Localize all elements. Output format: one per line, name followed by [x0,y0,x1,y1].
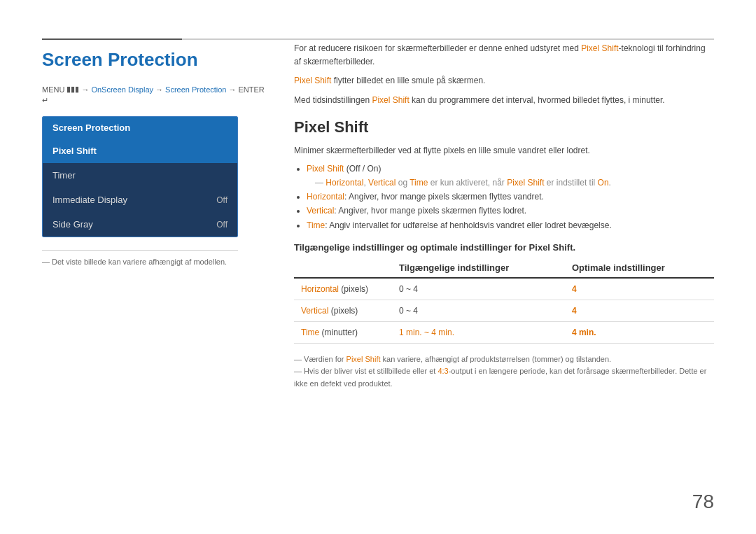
footer-highlight-2: 4:3 [438,367,448,375]
intro-highlight-2: Pixel Shift [294,76,331,85]
table-cell-vertical-available: 0 ~ 4 [392,300,565,321]
section-title: Pixel Shift [294,118,714,136]
footer-note-1: ― Værdien for Pixel Shift kan variere, a… [294,353,714,366]
breadcrumb-item2: Screen Protection [165,85,226,94]
breadcrumb-item1: OnScreen Display [91,85,153,94]
menu-item-label: Immediate Display [52,195,127,205]
subnote-on: On [598,178,609,188]
subnote-vertical: Vertical [368,178,396,188]
intro-highlight-pixel-shift: Pixel Shift [581,43,618,53]
table-col-label [294,258,392,278]
bullet-label-pixel: Pixel Shift [307,164,344,174]
table-cell-time-optimal: 4 min. [565,321,714,343]
intro-text-3c: kan du programmere det interval, hvormed… [410,95,665,105]
breadcrumb-item3: ENTER [238,85,264,94]
breadcrumb-menu: MENU [42,85,64,94]
bullet-label-time: Time [307,220,325,230]
menu-item-label: Pixel Shift [52,146,97,156]
intro-paragraph-3: Med tidsindstillingen Pixel Shift kan du… [294,94,714,107]
table-cell-horizontal-available: 0 ~ 4 [392,278,565,300]
bullet-item-time: Time: Angiv intervallet for udførelse af… [307,218,714,232]
intro-text-1a: For at reducere risikoen for skærmefterb… [294,43,581,53]
subnote-time: Time [410,178,428,188]
menu-note-text: ― Det viste billede kan variere afhængig… [42,258,227,266]
data-table: Tilgængelige indstillinger Optimale inds… [294,258,714,344]
menu-item-pixel-shift[interactable]: Pixel Shift [43,139,237,163]
bullet-item-pixel-shift: Pixel Shift (Off / On) ― Horizontal, Ver… [307,162,714,190]
intro-paragraph-1: For at reducere risikoen for skærmefterb… [294,42,714,69]
menu-item-label: Side Gray [52,219,93,230]
subnote-period: . [609,178,611,188]
bullet-item-vertical: Vertical: Angiver, hvor mange pixels skæ… [307,204,714,218]
table-cell-horizontal-optimal: 4 [565,278,714,300]
menu-item-value: Off [216,195,227,205]
table-row-vertical: Vertical (pixels) 0 ~ 4 4 [294,300,714,321]
menu-item-value: Off [216,220,227,230]
breadcrumb-icon1: ▮▮▮ [66,85,79,94]
intro-paragraph-2: Pixel Shift flytter billedet en lille sm… [294,74,714,87]
breadcrumb: MENU ▮▮▮ → OnScreen Display → Screen Pro… [42,85,266,105]
footer-highlight-1: Pixel Shift [346,355,381,363]
breadcrumb-arrow1: → [81,85,89,94]
bullet-label-vertical: Vertical [307,206,334,216]
menu-header: Screen Protection [43,117,237,139]
table-row-time: Time (minutter) 1 min. ~ 4 min. 4 min. [294,321,714,343]
table-col-available: Tilgængelige indstillinger [392,258,565,278]
bullet-label-horizontal: Horizontal [307,192,344,202]
table-title: Tilgængelige indstillinger og optimale i… [294,242,714,253]
breadcrumb-arrow3: → [228,85,236,94]
menu-item-side-gray[interactable]: Side Gray Off [43,212,237,237]
body-text-1: Minimer skærmefterbilleder ved at flytte… [294,143,714,157]
bullet-list: Pixel Shift (Off / On) ― Horizontal, Ver… [294,162,714,232]
table-cell-vertical-label: Vertical (pixels) [294,300,392,321]
breadcrumb-icon2: ↵ [42,96,48,105]
bullet-text-time: : Angiv intervallet for udførelse af hen… [325,220,612,230]
bullet-item-horizontal: Horizontal: Angiver, hvor mange pixels s… [307,190,714,204]
table-cell-time-label: Time (minutter) [294,321,392,343]
page-number: 78 [692,491,714,513]
subnote-text2: er kun aktiveret, når [428,178,507,188]
menu-item-immediate-display[interactable]: Immediate Display Off [43,188,237,212]
footer-notes: ― Værdien for Pixel Shift kan variere, a… [294,353,714,391]
bullet-text-pixel: (Off / On) [344,164,381,174]
page-title: Screen Protection [42,49,266,71]
menu-box: Screen Protection Pixel Shift Timer Imme… [42,116,238,237]
right-panel: For at reducere risikoen for skærmefterb… [294,42,714,506]
subnote-pixelshift2: Pixel Shift [507,178,544,188]
intro-text-2b: flytter billedet en lille smule på skærm… [331,76,485,85]
menu-note: ― Det viste billede kan variere afhængig… [42,250,238,266]
table-cell-time-available: 1 min. ~ 4 min. [392,321,565,343]
subnote-text1: og [396,178,410,188]
left-panel: Screen Protection MENU ▮▮▮ → OnScreen Di… [42,42,266,506]
bullet-subnote: ― Horizontal, Vertical og Time er kun ak… [315,176,714,190]
intro-highlight-3: Pixel Shift [372,95,409,105]
menu-item-timer[interactable]: Timer [43,163,237,188]
table-row-horizontal: Horizontal (pixels) 0 ~ 4 4 [294,278,714,300]
subnote-text3: er indstillet til [545,178,598,188]
table-cell-horizontal-label: Horizontal (pixels) [294,278,392,300]
intro-text-3a: Med tidsindstillingen [294,95,372,105]
table-cell-vertical-optimal: 4 [565,300,714,321]
menu-item-label: Timer [52,170,76,181]
breadcrumb-arrow2: → [155,85,163,94]
subnote-horizontal: Horizontal [326,178,363,188]
bullet-text-vertical: : Angiver, hvor mange pixels skærmen fly… [334,206,526,216]
footer-note-2: ― Hvis der bliver vist et stillbillede e… [294,365,714,390]
table-col-optimal: Optimale indstillinger [565,258,714,278]
top-decorative-line [42,38,714,40]
bullet-text-horizontal: : Angiver, hvor mange pixels skærmen fly… [344,192,544,202]
